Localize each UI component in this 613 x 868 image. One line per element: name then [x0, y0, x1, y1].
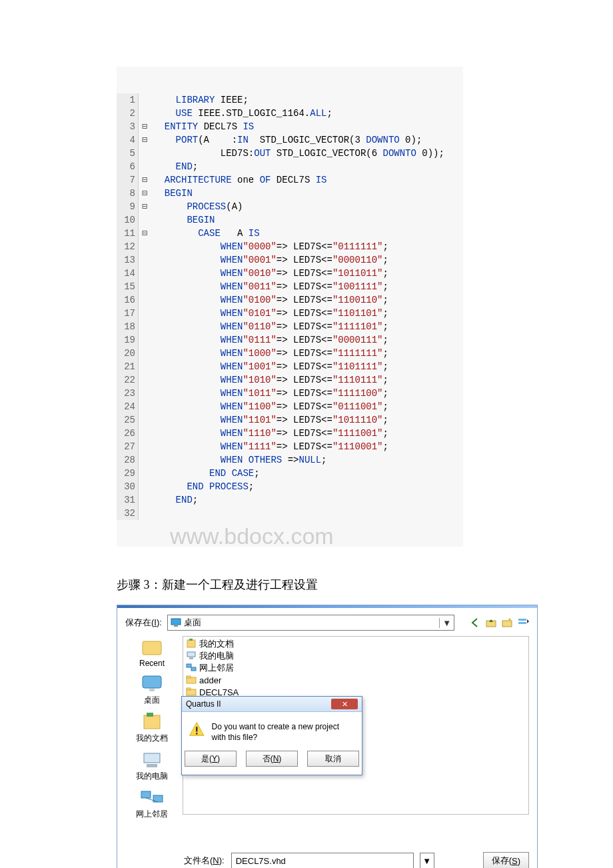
svg-rect-7 [143, 676, 161, 688]
line-number: 28 [117, 453, 139, 467]
up-folder-icon[interactable] [485, 617, 497, 629]
place-mydocs-label: 我的文档 [136, 733, 168, 744]
code-line: 24 WHEN"1100"=> LED7S<="0111001"; [117, 400, 463, 413]
code-line: 16 WHEN"0100"=> LED7S<="1100110"; [117, 293, 463, 307]
code-text: WHEN"0111"=> LED7S<="0000111"; [151, 333, 388, 347]
place-mycomputer[interactable]: 我的电脑 [136, 749, 168, 782]
msgbox-no-button[interactable]: 否(N) [246, 751, 298, 767]
code-text: LIBRARY IEEE; [151, 93, 249, 107]
filename-value: DECL7S.vhd [236, 856, 286, 866]
line-number: 4 [117, 133, 139, 147]
filename-label: 文件名(N): [184, 855, 225, 867]
code-text: END; [151, 160, 198, 173]
line-number: 27 [117, 440, 139, 453]
pc-icon [186, 650, 197, 663]
code-editor: 1 LIBRARY IEEE;2 USE IEEE.STD_LOGIC_1164… [117, 67, 463, 547]
place-mydocs[interactable]: 我的文档 [136, 711, 168, 744]
fold-icon[interactable]: ⊟ [139, 227, 151, 240]
code-line: 3⊟ ENTITY DECL7S IS [117, 120, 463, 133]
code-line: 6 END; [117, 160, 463, 173]
file-item[interactable]: adder [186, 674, 526, 686]
code-text: CASE A IS [151, 227, 260, 240]
code-text: WHEN"0101"=> LED7S<="1101101"; [151, 307, 388, 320]
svg-rect-12 [147, 764, 157, 767]
fold-icon [139, 213, 151, 227]
svg-rect-17 [187, 652, 195, 657]
msgbox-cancel-button[interactable]: 取消 [307, 751, 359, 767]
fold-icon[interactable]: ⊟ [139, 187, 151, 200]
fold-icon [139, 480, 151, 493]
place-network[interactable]: 网上邻居 [136, 787, 168, 820]
fold-icon [139, 467, 151, 480]
code-line: 28 WHEN OTHERS =>NULL; [117, 453, 463, 467]
line-number: 11 [117, 227, 139, 240]
code-text: WHEN"1110"=> LED7S<="1111001"; [151, 427, 388, 440]
msgbox-close-icon[interactable]: ✕ [331, 699, 358, 709]
desktop-icon [171, 617, 181, 629]
line-number: 25 [117, 413, 139, 427]
code-text: WHEN"0110"=> LED7S<="1111101"; [151, 320, 388, 333]
svg-rect-27 [196, 727, 197, 731]
line-number: 3 [117, 120, 139, 133]
fold-icon [139, 280, 151, 293]
place-recent[interactable]: Recent [139, 637, 165, 668]
line-number: 22 [117, 373, 139, 387]
file-item[interactable]: 我的电脑 [186, 650, 526, 662]
svg-rect-5 [518, 622, 526, 624]
file-item-label: 我的文档 [199, 638, 234, 650]
file-item-label: adder [199, 675, 221, 685]
code-line: 15 WHEN"0011"=> LED7S<="1001111"; [117, 280, 463, 293]
fold-icon[interactable]: ⊟ [139, 120, 151, 133]
code-line: 13 WHEN"0001"=> LED7S<="0000110"; [117, 253, 463, 267]
code-text: WHEN"0100"=> LED7S<="1100110"; [151, 293, 388, 307]
new-folder-icon[interactable] [501, 617, 513, 629]
code-text: ARCHITECTURE one OF DECL7S IS [151, 173, 327, 187]
line-number: 15 [117, 280, 139, 293]
filename-dropdown-icon[interactable]: ▼ [420, 853, 434, 868]
place-desktop-label: 桌面 [144, 695, 160, 706]
code-line: 23 WHEN"1011"=> LED7S<="1111100"; [117, 387, 463, 400]
code-text: BEGIN [151, 213, 215, 227]
file-item-label: 我的电脑 [199, 650, 234, 662]
code-text: WHEN"0001"=> LED7S<="0000110"; [151, 253, 388, 267]
msgbox-yes-button[interactable]: 是(Y) [185, 751, 237, 767]
file-item[interactable]: 网上邻居 [186, 662, 526, 674]
save-button[interactable]: 保存(S) [483, 852, 529, 868]
code-text: PORT(A :IN STD_LOGIC_VECTOR(3 DOWNTO 0); [151, 133, 422, 147]
fold-icon[interactable]: ⊟ [139, 133, 151, 147]
view-menu-icon[interactable] [517, 617, 529, 629]
fold-icon [139, 253, 151, 267]
code-line: 4⊟ PORT(A :IN STD_LOGIC_VECTOR(3 DOWNTO … [117, 133, 463, 147]
fold-icon [139, 160, 151, 173]
filename-input[interactable]: DECL7S.vhd [231, 853, 414, 868]
fold-icon [139, 333, 151, 347]
code-line: 30 END PROCESS; [117, 480, 463, 493]
back-icon[interactable] [469, 617, 481, 629]
fold-icon [139, 507, 151, 520]
fold-icon [139, 93, 151, 107]
place-desktop[interactable]: 桌面 [140, 673, 164, 706]
combo-arrow-icon[interactable]: ▼ [439, 618, 451, 628]
svg-rect-8 [149, 689, 155, 691]
save-location-combo[interactable]: 桌面 ▼ [167, 615, 454, 631]
svg-rect-9 [144, 715, 160, 729]
code-line: 26 WHEN"1110"=> LED7S<="1111001"; [117, 427, 463, 440]
code-line: 17 WHEN"0101"=> LED7S<="1101101"; [117, 307, 463, 320]
code-line: 19 WHEN"0111"=> LED7S<="0000111"; [117, 333, 463, 347]
fold-icon [139, 147, 151, 160]
fold-icon [139, 320, 151, 333]
line-number: 16 [117, 293, 139, 307]
svg-rect-11 [144, 753, 160, 763]
line-number: 9 [117, 200, 139, 213]
quartus-msgbox: Quartus II ✕ Do you want to create a new… [181, 696, 362, 775]
code-text: END PROCESS; [151, 480, 254, 493]
file-item[interactable]: 我的文档 [186, 638, 526, 650]
fold-icon[interactable]: ⊟ [139, 200, 151, 213]
fold-icon[interactable]: ⊟ [139, 173, 151, 187]
line-number: 14 [117, 267, 139, 280]
save-dialog: 保存在(I): 桌面 ▼ [117, 605, 538, 868]
fold-icon [139, 413, 151, 427]
code-line: 7⊟ ARCHITECTURE one OF DECL7S IS [117, 173, 463, 187]
code-line: 9⊟ PROCESS(A) [117, 200, 463, 213]
step-heading: 步骤 3：新建一个工程及进行工程设置 [117, 577, 550, 593]
